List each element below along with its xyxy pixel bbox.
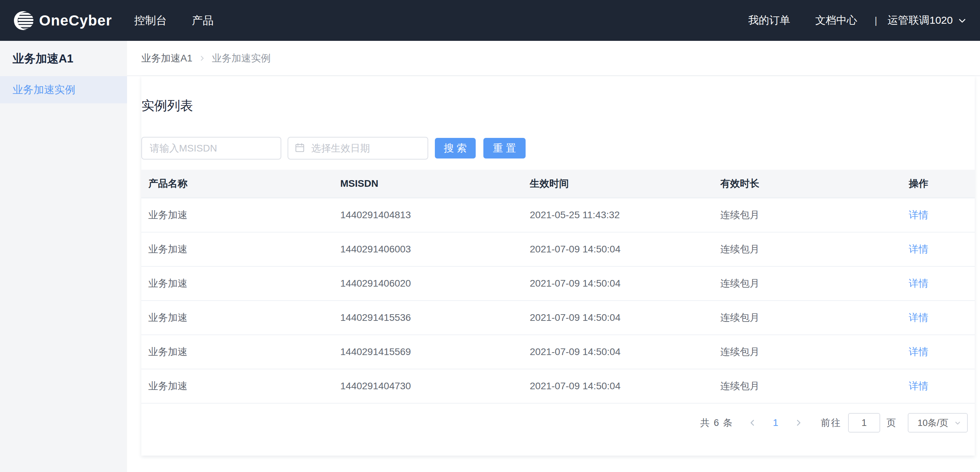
- cell-product: 业务加速: [142, 266, 333, 301]
- cell-product: 业务加速: [142, 198, 333, 232]
- nav-right: 我的订单 文档中心 | 运管联调1020: [748, 13, 967, 27]
- cell-msisdn: 1440291415536: [333, 301, 523, 335]
- date-picker[interactable]: [288, 137, 428, 159]
- cell-duration: 连续包月: [713, 369, 902, 403]
- pagination: 共 6 条 1 前往 页 10条/页: [142, 413, 975, 432]
- goto-label: 前往: [821, 416, 841, 429]
- cell-msisdn: 1440291415569: [333, 335, 523, 369]
- cell-product: 业务加速: [142, 232, 333, 266]
- cell-duration: 连续包月: [713, 335, 902, 369]
- cell-effective-time: 2021-07-09 14:50:04: [523, 232, 713, 266]
- cell-duration: 连续包月: [713, 232, 902, 266]
- cell-msisdn: 1440291404730: [333, 369, 523, 403]
- cell-product: 业务加速: [142, 335, 333, 369]
- detail-link[interactable]: 详情: [909, 278, 928, 289]
- instance-table: 产品名称 MSISDN 生效时间 有效时长 操作 业务加速 1440291404…: [142, 170, 975, 403]
- detail-link[interactable]: 详情: [909, 209, 928, 220]
- content: 业务加速A1 业务加速实例 实例列表: [127, 41, 980, 472]
- breadcrumb-item-parent[interactable]: 业务加速A1: [142, 52, 192, 65]
- chevron-right-icon: [199, 55, 205, 62]
- detail-link[interactable]: 详情: [909, 244, 928, 255]
- chevron-down-icon: [954, 419, 961, 427]
- page-number-1[interactable]: 1: [773, 417, 778, 428]
- table-row: 业务加速 1440291406003 2021-07-09 14:50:04 连…: [142, 232, 975, 266]
- page-size-select[interactable]: 10条/页: [908, 413, 968, 432]
- top-navbar: OneCyber 控制台 产品 我的订单 文档中心 | 运管联调1020: [0, 0, 980, 41]
- detail-link[interactable]: 详情: [909, 346, 928, 357]
- sidebar: 业务加速A1 业务加速实例: [0, 41, 127, 472]
- table-row: 业务加速 1440291415536 2021-07-09 14:50:04 连…: [142, 301, 975, 335]
- pagination-total: 共 6 条: [700, 416, 733, 429]
- cell-effective-time: 2021-07-09 14:50:04: [523, 266, 713, 301]
- cell-msisdn: 1440291406020: [333, 266, 523, 301]
- col-product-name: 产品名称: [142, 170, 333, 198]
- breadcrumb-item-current: 业务加速实例: [212, 52, 270, 65]
- page-size-value: 10条/页: [918, 417, 954, 429]
- cell-effective-time: 2021-05-25 11:43:32: [523, 198, 713, 232]
- table-row: 业务加速 1440291415569 2021-07-09 14:50:04 连…: [142, 335, 975, 369]
- col-duration: 有效时长: [713, 170, 902, 198]
- breadcrumb: 业务加速A1 业务加速实例: [127, 41, 980, 76]
- reset-button[interactable]: 重 置: [484, 138, 526, 158]
- table-row: 业务加速 1440291404813 2021-05-25 11:43:32 连…: [142, 198, 975, 232]
- calendar-icon: [294, 142, 305, 154]
- col-effective-time: 生效时间: [523, 170, 713, 198]
- onecyber-logo-icon: [13, 10, 34, 32]
- cell-effective-time: 2021-07-09 14:50:04: [523, 301, 713, 335]
- col-msisdn: MSISDN: [333, 170, 523, 198]
- account-name: 运管联调1020: [888, 13, 953, 27]
- instance-list-card: 实例列表 搜 索 重 置: [142, 76, 975, 456]
- brand[interactable]: OneCyber: [13, 10, 112, 32]
- detail-link[interactable]: 详情: [909, 381, 928, 391]
- nav-separator: |: [875, 15, 877, 26]
- prev-page-button[interactable]: [748, 419, 757, 427]
- next-page-button[interactable]: [794, 419, 803, 427]
- cell-msisdn: 1440291406003: [333, 232, 523, 266]
- table-row: 业务加速 1440291406020 2021-07-09 14:50:04 连…: [142, 266, 975, 301]
- msisdn-input[interactable]: [142, 137, 281, 159]
- filter-bar: 搜 索 重 置: [142, 137, 975, 159]
- nav-console[interactable]: 控制台: [134, 13, 167, 28]
- layout: 业务加速A1 业务加速实例 业务加速A1 业务加速实例 实例列表: [0, 41, 980, 472]
- cell-duration: 连续包月: [713, 198, 902, 232]
- nav-products[interactable]: 产品: [192, 13, 213, 28]
- search-button[interactable]: 搜 索: [435, 138, 476, 158]
- nav-doc-center[interactable]: 文档中心: [815, 13, 857, 27]
- brand-name: OneCyber: [39, 12, 112, 29]
- sidebar-title: 业务加速A1: [0, 41, 127, 76]
- chevron-right-icon: [794, 419, 803, 427]
- cell-msisdn: 1440291404813: [333, 198, 523, 232]
- cell-effective-time: 2021-07-09 14:50:04: [523, 335, 713, 369]
- effective-date-input[interactable]: [288, 137, 428, 159]
- cell-product: 业务加速: [142, 301, 333, 335]
- goto-page-input[interactable]: [848, 413, 880, 432]
- chevron-left-icon: [748, 419, 757, 427]
- nav-my-orders[interactable]: 我的订单: [748, 13, 790, 27]
- cell-product: 业务加速: [142, 369, 333, 403]
- page-unit-label: 页: [886, 416, 896, 429]
- cell-effective-time: 2021-07-09 14:50:04: [523, 369, 713, 403]
- table-row: 业务加速 1440291404730 2021-07-09 14:50:04 连…: [142, 369, 975, 403]
- cell-duration: 连续包月: [713, 301, 902, 335]
- detail-link[interactable]: 详情: [909, 312, 928, 323]
- account-menu[interactable]: 运管联调1020: [888, 13, 967, 27]
- cell-duration: 连续包月: [713, 266, 902, 301]
- sidebar-item-instances[interactable]: 业务加速实例: [0, 76, 127, 103]
- col-actions: 操作: [902, 170, 975, 198]
- chevron-down-icon: [958, 16, 967, 25]
- page-title: 实例列表: [142, 76, 975, 115]
- table-header-row: 产品名称 MSISDN 生效时间 有效时长 操作: [142, 170, 975, 198]
